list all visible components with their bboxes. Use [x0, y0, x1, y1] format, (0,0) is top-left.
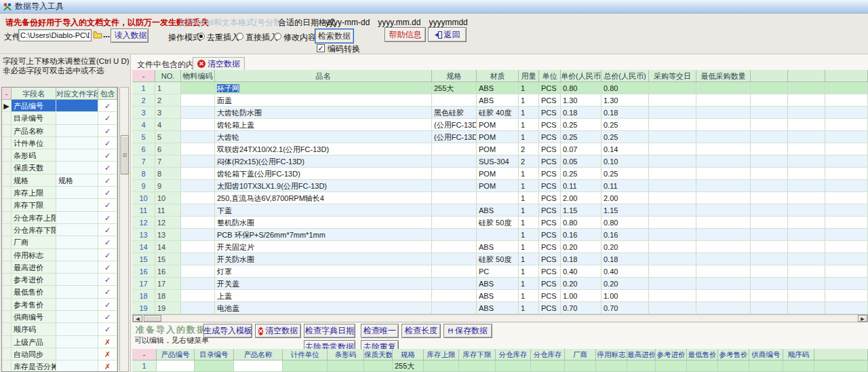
scroll-right-arrow[interactable]: ▶ — [858, 315, 867, 322]
supplier-no-cell[interactable] — [749, 360, 783, 372]
sequence-code-cell[interactable] — [783, 360, 814, 372]
table-row[interactable]: 5 5 大齿轮 (公用FC-13D) POM 1 PCS 0.25 0.25 — [132, 131, 868, 143]
table-row[interactable]: 10 10 250,直流马达6V,8700RPM轴长4 1 PCS 2.00 2… — [132, 192, 868, 204]
table-row[interactable]: 17 17 开关盖 ABS 1 PCS 0.20 0.20 — [132, 278, 868, 290]
field-row[interactable]: 自动同步 ✗ — [2, 348, 117, 360]
return-button[interactable]: 返回 — [428, 27, 467, 42]
clear-data-button-bottom[interactable]: ✕ 清空数据 — [255, 324, 301, 338]
field-row[interactable]: 保质天数 ✓ — [2, 162, 117, 174]
include-mark[interactable]: ✓ — [98, 162, 117, 174]
table-row[interactable]: 11 11 下盖 ABS 1 PCS 1.15 1.15 — [132, 204, 868, 217]
sidebar-scrollbar-thumb[interactable] — [121, 135, 129, 174]
table-row[interactable]: 18 18 上盖 ABS 1 PCS 1.00 1.00 — [132, 290, 868, 302]
include-mark[interactable]: ✓ — [98, 125, 117, 137]
field-row[interactable]: 库存上限 ✓ — [2, 187, 117, 199]
main-grid-hscrollbar[interactable]: ◀ ▶ — [132, 314, 868, 322]
warehouse-stock-cell[interactable] — [531, 360, 565, 372]
include-mark[interactable]: ✓ — [98, 224, 117, 236]
check-dict-date-button[interactable]: 检查字典日期 — [304, 324, 355, 338]
include-mark[interactable]: ✓ — [98, 112, 117, 124]
table-row[interactable]: 8 8 齿轮箱下盖(公用FC-13D) POM 1 PCS 0.25 0.25 — [132, 168, 868, 180]
field-row[interactable]: 上级产品 ✗ — [2, 336, 117, 348]
stock-upper-cell[interactable] — [424, 360, 459, 372]
field-row[interactable]: 计件单位 ✓ — [2, 137, 117, 149]
field-row[interactable]: 库存是否分摊 ✗ — [2, 360, 117, 372]
include-mark[interactable]: ✓ — [98, 261, 117, 274]
field-row[interactable]: 最高进价 ✓ — [2, 261, 117, 274]
browse-folder-button[interactable] — [93, 30, 102, 41]
field-row[interactable]: 最低售价 ✓ — [2, 286, 117, 298]
field-row[interactable]: 分仓库存上限 ✓ — [2, 212, 117, 224]
table-row[interactable]: 6 6 双联齿24TX10/X2.1(公用FC-13D) POM 2 PCS 0… — [132, 143, 868, 155]
scroll-left-arrow[interactable]: ◀ — [133, 315, 142, 322]
ref-sale-price-cell[interactable] — [718, 360, 749, 372]
product-name-cell[interactable] — [234, 360, 283, 372]
encoding-checkbox[interactable]: ✓ — [317, 44, 325, 52]
table-row[interactable]: 3 3 大齿轮防水圈 黑色硅胶 硅胶 40度 1 PCS 0.18 0.18 — [132, 107, 868, 119]
field-row[interactable]: 参考进价 ✓ — [2, 274, 117, 286]
browse-dots-button[interactable]: ... — [103, 30, 110, 39]
search-data-button[interactable]: 检索数据 — [315, 29, 354, 43]
catalog-no-cell[interactable] — [195, 360, 234, 372]
field-row[interactable]: 规格 规格 ✓ — [2, 174, 117, 187]
radio-dedup-insert[interactable] — [197, 33, 205, 40]
include-mark[interactable]: ✗ — [98, 360, 117, 372]
unit-cell[interactable] — [283, 360, 328, 372]
file-path-input[interactable] — [18, 29, 92, 41]
ref-purchase-price-cell[interactable] — [656, 360, 687, 372]
read-data-button[interactable]: 读入数据 — [111, 29, 149, 43]
field-row[interactable]: 参考售价 ✓ — [2, 299, 117, 311]
include-mark[interactable]: ✓ — [98, 249, 117, 261]
check-unique-button[interactable]: 检查唯一 — [361, 324, 399, 338]
table-row[interactable]: 15 15 开关防水圈 硅胶 50度 1 PCS 0.18 0.18 — [132, 253, 868, 265]
sidebar-scrollbar[interactable] — [119, 87, 129, 372]
radio-direct-insert[interactable] — [236, 33, 243, 40]
table-row[interactable]: 12 12 整机防水圈 硅胶 50度 1 PCS 0.80 0.80 — [132, 217, 868, 229]
field-row[interactable]: 停用标志 ✓ — [2, 249, 117, 261]
include-mark[interactable]: ✓ — [98, 323, 117, 335]
field-row[interactable]: 厂商 ✓ — [2, 236, 117, 248]
table-row[interactable]: 1 255大 — [132, 360, 868, 372]
shelf-days-cell[interactable] — [364, 360, 393, 372]
table-row[interactable]: 13 13 PCB 环保P+S/26mm*7mm*1mm 1 PCS 0.16 … — [132, 229, 868, 241]
disabled-flag-cell[interactable] — [596, 360, 627, 372]
field-row[interactable]: 顺序码 ✓ — [2, 323, 117, 335]
save-data-button[interactable]: 保存数据 — [443, 324, 492, 338]
include-mark[interactable]: ✓ — [98, 299, 117, 311]
field-row[interactable]: 供商编号 ✓ — [2, 311, 117, 323]
barcode-cell[interactable] — [328, 360, 364, 372]
max-purchase-price-cell[interactable] — [627, 360, 656, 372]
warehouse-stock-cell[interactable] — [496, 360, 531, 372]
table-row[interactable]: 9 9 太阳齿10TX3LX1.9(公用FC-13D) POM 1 PCS 0.… — [132, 180, 868, 192]
field-row[interactable]: 库存下限 ✓ — [2, 199, 117, 211]
clear-data-button-top[interactable]: ✕ 清空数据 — [193, 57, 245, 71]
radio-direct-insert-label[interactable]: 直接插入 — [245, 32, 278, 43]
table-row[interactable]: 19 19 电池盖 ABS 1 PCS 0.70 0.70 — [132, 302, 868, 314]
stock-lower-cell[interactable] — [459, 360, 496, 372]
field-row[interactable]: 条形码 ✓ — [2, 149, 117, 162]
include-mark[interactable]: ✓ — [98, 236, 117, 248]
product-id-cell[interactable] — [157, 360, 195, 372]
hscrollbar-thumb[interactable] — [144, 315, 161, 322]
field-row[interactable]: 分仓库存下限 ✓ — [2, 224, 117, 236]
spec-cell[interactable]: 255大 — [393, 360, 424, 372]
include-mark[interactable]: ✓ — [98, 199, 117, 211]
table-row[interactable]: 16 16 灯罩 PC 1 PCS 0.40 0.40 — [132, 265, 868, 278]
include-mark[interactable]: ✓ — [98, 137, 117, 149]
include-mark[interactable]: ✗ — [98, 348, 117, 360]
radio-modify-content[interactable] — [274, 33, 281, 40]
vendor-cell[interactable] — [565, 360, 596, 372]
field-row[interactable]: 目录编号 ✓ — [2, 112, 117, 124]
min-sale-price-cell[interactable] — [687, 360, 718, 372]
check-length-button[interactable]: 检查长度 — [401, 324, 441, 338]
include-mark[interactable]: ✓ — [98, 187, 117, 199]
table-row[interactable]: 14 14 开关固定片 ABS 1 PCS 0.20 0.20 — [132, 241, 868, 253]
table-row[interactable]: 4 4 齿轮箱上盖 (公用FC-13D) POM 1 PCS 0.25 0.25 — [132, 119, 868, 131]
include-mark[interactable]: ✓ — [98, 311, 117, 323]
radio-dedup-insert-label[interactable]: 去重插入 — [207, 32, 239, 43]
include-mark[interactable]: ✓ — [98, 274, 117, 286]
table-row[interactable]: 7 7 闷体(R2x15)(公用FC-13D) SUS-304 2 PCS 0.… — [132, 155, 868, 168]
include-mark[interactable]: ✗ — [98, 336, 117, 348]
include-mark[interactable]: ✓ — [98, 286, 117, 298]
include-mark[interactable]: ✓ — [98, 149, 117, 162]
